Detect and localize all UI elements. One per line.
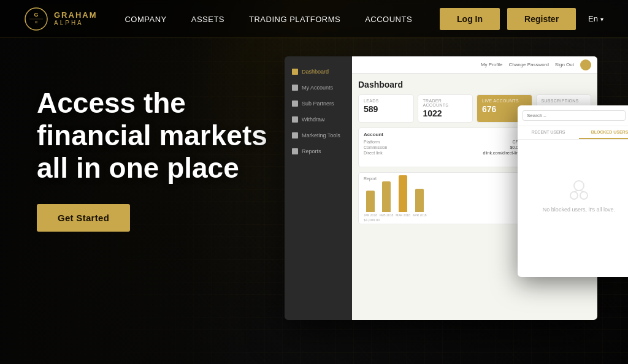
language-selector[interactable]: En ▾ <box>588 14 603 23</box>
db-topbar: My Profile Change Password Sign Out <box>352 56 597 74</box>
topbar-my-profile[interactable]: My Profile <box>481 62 503 67</box>
get-started-button[interactable]: Get Started <box>37 204 130 232</box>
brand-sub: ALPHA <box>54 20 98 26</box>
bar-feb <box>382 181 391 212</box>
bar-group-jan: JAN 2018 <box>364 191 377 217</box>
topbar-sign-out[interactable]: Sign Out <box>555 62 574 67</box>
svg-line-8 <box>580 191 584 192</box>
no-blocked-users-icon <box>567 177 591 202</box>
nav-item-accounts[interactable]: ACCOUNTS <box>365 13 412 25</box>
tab-blocked-users[interactable]: BLOCKED USERS <box>579 126 628 139</box>
db-sidebar: Dashboard My Accounts Sub Partners Withd… <box>285 56 352 320</box>
chevron-down-icon: ▾ <box>600 16 603 23</box>
partners-icon <box>292 100 298 107</box>
info-row-direct-link: Direct link dlink.com/direct-link <box>364 151 521 155</box>
bar-apr <box>415 189 424 212</box>
bar-mar <box>399 175 407 212</box>
overlay-window: 🔍 RECENT USERS BLOCKED USERS No blocked … <box>518 105 628 277</box>
sidebar-item-my-accounts[interactable]: My Accounts <box>285 80 352 96</box>
tab-recent-users[interactable]: RECENT USERS <box>518 126 579 139</box>
hero-text: Access the financial markets all in one … <box>37 75 294 232</box>
sidebar-item-marketing-tools[interactable]: Marketing Tools <box>285 127 352 143</box>
bar-jan <box>366 191 375 212</box>
brand-name: GRAHAM <box>54 11 98 20</box>
reports-icon <box>292 148 298 154</box>
header: G α GRAHAM ALPHA COMPANY ASSETS TRADING … <box>0 0 628 38</box>
hero-section: Access the financial markets all in one … <box>0 38 628 364</box>
topbar-avatar <box>580 59 591 70</box>
nav-item-trading-platforms[interactable]: TRADING PLATFORMS <box>249 13 340 25</box>
nav-actions: Log In Register En ▾ <box>440 8 603 30</box>
overlay-empty-state: No blocked users, it's all love. <box>518 140 628 250</box>
withdraw-icon <box>292 116 298 123</box>
info-row-commission: Commission $0.00 <box>364 145 521 150</box>
login-button[interactable]: Log In <box>440 8 500 30</box>
overlay-search-bar: 🔍 <box>518 105 628 126</box>
main-nav: COMPANY ASSETS TRADING PLATFORMS ACCOUNT… <box>124 13 412 25</box>
dashboard-mockup: Dashboard My Accounts Sub Partners Withd… <box>285 56 628 344</box>
stat-card-trader-accounts: TRADER ACCOUNTS 1022 <box>418 94 473 123</box>
svg-text:G: G <box>34 12 38 18</box>
stat-card-leads: LEADS 589 <box>358 94 414 123</box>
svg-line-7 <box>574 191 578 192</box>
nav-item-company[interactable]: COMPANY <box>124 13 166 25</box>
accounts-icon <box>292 85 298 91</box>
overlay-search-input[interactable] <box>523 110 626 121</box>
dashboard-icon <box>292 69 298 75</box>
info-row-platform: Platform CFA <box>364 140 521 144</box>
marketing-icon <box>292 132 298 138</box>
svg-point-4 <box>574 181 584 191</box>
sidebar-item-sub-partners[interactable]: Sub Partners <box>285 96 352 112</box>
logo-text: GRAHAM ALPHA <box>54 11 98 26</box>
register-button[interactable]: Register <box>507 8 576 30</box>
db-page-title: Dashboard <box>358 80 591 89</box>
logo-icon: G α <box>25 7 48 31</box>
bar-group-mar: MAR 2018 <box>396 175 410 217</box>
sidebar-item-dashboard[interactable]: Dashboard <box>285 64 352 80</box>
bar-group-apr: APR 2018 <box>413 189 427 217</box>
svg-text:α: α <box>35 20 37 24</box>
topbar-change-password[interactable]: Change Password <box>508 62 548 67</box>
logo[interactable]: G α GRAHAM ALPHA <box>25 7 98 31</box>
sidebar-item-withdraw[interactable]: Withdraw <box>285 112 352 127</box>
svg-point-5 <box>570 192 578 199</box>
svg-point-6 <box>580 192 588 199</box>
sidebar-item-reports[interactable]: Reports <box>285 143 352 159</box>
overlay-tabs: RECENT USERS BLOCKED USERS <box>518 126 628 140</box>
hero-title: Access the financial markets all in one … <box>37 87 294 184</box>
account-info-box: Account Platform CFA Commission $0.00 Di… <box>358 127 526 167</box>
lang-label: En <box>588 14 598 23</box>
empty-state-text: No blocked users, it's all love. <box>543 207 615 213</box>
nav-item-assets[interactable]: ASSETS <box>191 13 224 25</box>
bar-group-feb: FEB 2018 <box>380 181 393 217</box>
